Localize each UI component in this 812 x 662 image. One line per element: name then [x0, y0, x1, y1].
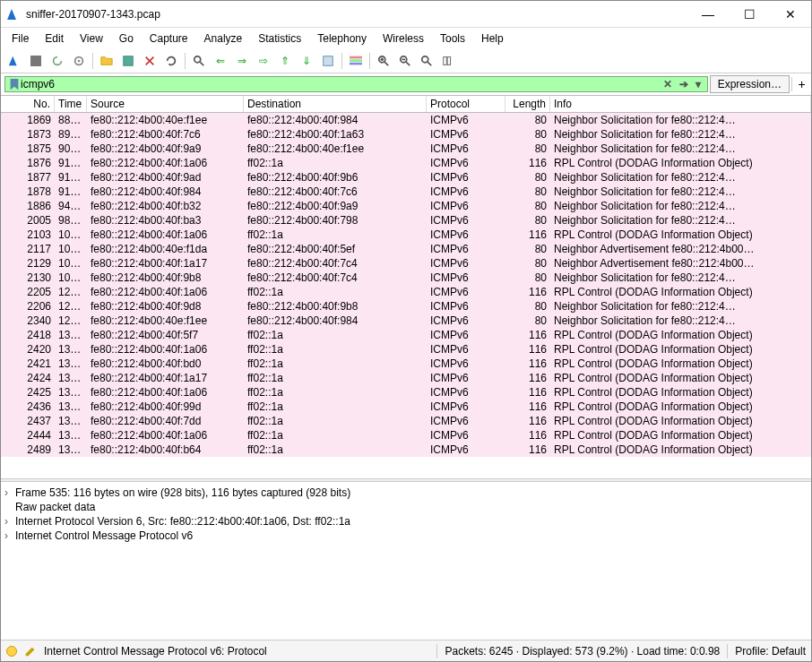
start-capture-icon[interactable]	[4, 51, 24, 71]
go-to-packet-icon[interactable]: ⇨	[254, 51, 273, 71]
bookmark-icon[interactable]	[8, 78, 21, 90]
go-back-icon[interactable]: ⇐	[211, 51, 230, 71]
menu-help[interactable]: Help	[474, 30, 511, 47]
svg-point-11	[422, 56, 428, 63]
col-length[interactable]: Length	[505, 96, 550, 112]
menu-tools[interactable]: Tools	[433, 30, 472, 47]
toolbar-separator	[92, 53, 93, 69]
packet-row[interactable]: 211710…fe80::212:4b00:40e:f1dafe80::212:…	[1, 242, 811, 256]
svg-rect-6	[350, 56, 362, 59]
col-no[interactable]: No.	[1, 96, 55, 112]
add-filter-button[interactable]: +	[791, 77, 808, 91]
svg-rect-7	[350, 59, 362, 62]
svg-point-4	[194, 56, 201, 63]
detail-row[interactable]: ›Internet Control Message Protocol v6	[4, 529, 808, 543]
packet-row[interactable]: 212910…fe80::212:4b00:40f:1a17fe80::212:…	[1, 256, 811, 271]
find-packet-icon[interactable]	[189, 51, 209, 71]
app-icon	[6, 7, 21, 21]
packet-row[interactable]: 241813…fe80::212:4b00:40f:5f7ff02::1aICM…	[1, 328, 811, 342]
menu-statistics[interactable]: Statistics	[251, 30, 308, 47]
svg-rect-8	[350, 63, 362, 65]
menu-capture[interactable]: Capture	[143, 30, 195, 47]
packet-row[interactable]: 242013…fe80::212:4b00:40f:1a06ff02::1aIC…	[1, 342, 811, 357]
col-time[interactable]: Time	[55, 96, 87, 112]
col-source[interactable]: Source	[87, 96, 244, 112]
zoom-reset-icon[interactable]	[417, 51, 436, 71]
zoom-in-icon[interactable]	[374, 51, 393, 71]
status-bar: Internet Control Message Protocol v6: Pr…	[1, 640, 811, 661]
col-destination[interactable]: Destination	[244, 96, 427, 112]
packet-row[interactable]: 220612…fe80::212:4b00:40f:9d8fe80::212:4…	[1, 299, 811, 314]
packet-row[interactable]: 244413…fe80::212:4b00:40f:1a06ff02::1aIC…	[1, 428, 811, 443]
resize-columns-icon[interactable]	[438, 51, 458, 71]
expression-button[interactable]: Expression…	[710, 75, 790, 93]
go-forward-icon[interactable]: ⇒	[232, 51, 252, 71]
menu-telephony[interactable]: Telephony	[310, 30, 374, 47]
packet-row[interactable]: 187791…fe80::212:4b00:40f:9adfe80::212:4…	[1, 170, 811, 185]
stop-capture-icon[interactable]	[26, 51, 46, 71]
maximize-button[interactable]: ☐	[729, 1, 770, 28]
display-filter-input[interactable]	[21, 78, 660, 90]
colorize-icon[interactable]	[346, 51, 366, 71]
packet-row[interactable]: 242413…fe80::212:4b00:40f:1a17ff02::1aIC…	[1, 371, 811, 385]
close-button[interactable]: ✕	[770, 1, 811, 28]
restart-capture-icon[interactable]	[48, 51, 67, 71]
menu-edit[interactable]: Edit	[38, 30, 71, 47]
detail-row[interactable]: ›Frame 535: 116 bytes on wire (928 bits)…	[4, 486, 808, 500]
menubar: File Edit View Go Capture Analyze Statis…	[1, 28, 811, 49]
toolbar-separator	[185, 53, 186, 69]
packet-row[interactable]: 188694…fe80::212:4b00:40f:b32fe80::212:4…	[1, 199, 811, 213]
packet-row[interactable]: 200598…fe80::212:4b00:40f:ba3fe80::212:4…	[1, 213, 811, 228]
filter-history-icon[interactable]: ▾	[692, 78, 704, 90]
packet-row[interactable]: 187891…fe80::212:4b00:40f:984fe80::212:4…	[1, 185, 811, 199]
packet-list[interactable]: 186988…fe80::212:4b00:40e:f1eefe80::212:…	[1, 113, 811, 478]
packet-row[interactable]: 186988…fe80::212:4b00:40e:f1eefe80::212:…	[1, 113, 811, 127]
status-stats: Packets: 6245 · Displayed: 573 (9.2%) · …	[445, 645, 720, 658]
packet-row[interactable]: 243613…fe80::212:4b00:40f:99dff02::1aICM…	[1, 400, 811, 414]
save-file-icon[interactable]	[118, 51, 138, 71]
zoom-out-icon[interactable]	[395, 51, 415, 71]
menu-wireless[interactable]: Wireless	[376, 30, 431, 47]
packet-row[interactable]: 187389…fe80::212:4b00:40f:7c6fe80::212:4…	[1, 127, 811, 142]
menu-view[interactable]: View	[73, 30, 110, 47]
display-filter-box[interactable]: ✕ ➔ ▾	[4, 76, 708, 92]
close-file-icon[interactable]	[140, 51, 160, 71]
edit-capture-comment-icon[interactable]	[24, 645, 37, 658]
packet-details[interactable]: ›Frame 535: 116 bytes on wire (928 bits)…	[1, 482, 811, 640]
filter-bar: ✕ ➔ ▾ Expression… +	[1, 73, 811, 95]
packet-row[interactable]: 242513…fe80::212:4b00:40f:1a06ff02::1aIC…	[1, 385, 811, 400]
open-file-icon[interactable]	[97, 51, 117, 71]
packet-row[interactable]: 234012…fe80::212:4b00:40e:f1eefe80::212:…	[1, 314, 811, 328]
menu-go[interactable]: Go	[112, 30, 141, 47]
packet-row[interactable]: 248913…fe80::212:4b00:40f:b64ff02::1aICM…	[1, 443, 811, 457]
go-last-icon[interactable]: ⇓	[297, 51, 316, 71]
detail-row[interactable]: Raw packet data	[4, 500, 808, 514]
capture-options-icon[interactable]	[69, 51, 89, 71]
packet-row[interactable]: 242113…fe80::212:4b00:40f:bd0ff02::1aICM…	[1, 357, 811, 371]
packet-row[interactable]: 243713…fe80::212:4b00:40f:7ddff02::1aICM…	[1, 414, 811, 428]
menu-analyze[interactable]: Analyze	[197, 30, 250, 47]
reload-file-icon[interactable]	[161, 51, 181, 71]
packet-row[interactable]: 187590…fe80::212:4b00:40f:9a9fe80::212:4…	[1, 142, 811, 156]
status-profile[interactable]: Profile: Default	[735, 645, 806, 658]
packet-row[interactable]: 213010…fe80::212:4b00:40f:9b8fe80::212:4…	[1, 271, 811, 285]
col-protocol[interactable]: Protocol	[427, 96, 505, 112]
detail-row[interactable]: ›Internet Protocol Version 6, Src: fe80:…	[4, 514, 808, 529]
toolbar-separator	[341, 53, 342, 69]
minimize-button[interactable]: —	[687, 1, 729, 28]
packet-row[interactable]: 210310…fe80::212:4b00:40f:1a06ff02::1aIC…	[1, 228, 811, 242]
go-first-icon[interactable]: ⇑	[275, 51, 295, 71]
apply-filter-icon[interactable]: ➔	[676, 78, 692, 90]
col-info[interactable]: Info	[550, 96, 811, 112]
menu-file[interactable]: File	[4, 30, 36, 47]
status-left: Internet Control Message Protocol v6: Pr…	[44, 645, 267, 658]
packet-list-header: No. Time Source Destination Protocol Len…	[1, 95, 811, 113]
toolbar-separator	[369, 53, 370, 69]
packet-row[interactable]: 187691…fe80::212:4b00:40f:1a06ff02::1aIC…	[1, 156, 811, 170]
clear-filter-icon[interactable]: ✕	[660, 78, 676, 90]
expert-info-icon[interactable]	[6, 646, 17, 657]
packet-row[interactable]: 220512…fe80::212:4b00:40f:1a06ff02::1aIC…	[1, 285, 811, 299]
svg-rect-0	[30, 56, 41, 66]
toolbar: ⇐ ⇒ ⇨ ⇑ ⇓	[1, 49, 811, 73]
auto-scroll-icon[interactable]	[318, 51, 338, 71]
